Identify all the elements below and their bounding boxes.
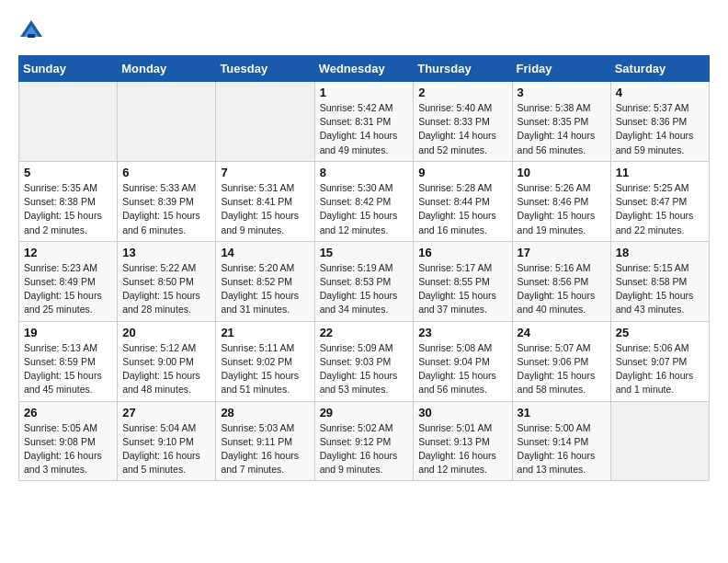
day-cell: 9Sunrise: 5:28 AMSunset: 8:44 PMDaylight… [414,161,512,241]
day-cell: 25Sunrise: 5:06 AMSunset: 9:07 PMDayligh… [610,321,709,401]
day-number: 28 [221,406,309,419]
day-header-friday: Friday [512,56,610,82]
day-number: 14 [221,246,309,259]
day-number: 26 [24,406,112,419]
day-number: 18 [616,246,704,259]
calendar-table: SundayMondayTuesdayWednesdayThursdayFrid… [18,55,710,481]
day-cell: 22Sunrise: 5:09 AMSunset: 9:03 PMDayligh… [314,321,414,401]
day-info: Sunrise: 5:22 AMSunset: 8:50 PMDaylight:… [122,261,210,317]
day-number: 7 [221,166,309,179]
day-cell: 20Sunrise: 5:12 AMSunset: 9:00 PMDayligh… [118,321,216,401]
week-row-3: 12Sunrise: 5:23 AMSunset: 8:49 PMDayligh… [19,241,710,321]
day-header-wednesday: Wednesday [314,56,414,82]
calendar-header: SundayMondayTuesdayWednesdayThursdayFrid… [19,56,710,82]
day-cell: 1Sunrise: 5:42 AMSunset: 8:31 PMDaylight… [314,82,414,162]
day-number: 1 [320,86,409,99]
day-cell: 18Sunrise: 5:15 AMSunset: 8:58 PMDayligh… [610,241,709,321]
day-number: 23 [418,326,506,339]
day-cell: 16Sunrise: 5:17 AMSunset: 8:55 PMDayligh… [414,241,512,321]
day-info: Sunrise: 5:16 AMSunset: 8:56 PMDaylight:… [518,261,606,317]
logo-icon [18,18,44,44]
day-cell: 11Sunrise: 5:25 AMSunset: 8:47 PMDayligh… [610,161,709,241]
day-info: Sunrise: 5:12 AMSunset: 9:00 PMDaylight:… [122,341,210,397]
day-info: Sunrise: 5:07 AMSunset: 9:06 PMDaylight:… [518,341,606,397]
day-cell: 26Sunrise: 5:05 AMSunset: 9:08 PMDayligh… [19,401,118,481]
day-cell [610,401,709,481]
day-cell: 17Sunrise: 5:16 AMSunset: 8:56 PMDayligh… [512,241,610,321]
day-number: 20 [122,326,210,339]
calendar-body: 1Sunrise: 5:42 AMSunset: 8:31 PMDaylight… [19,82,710,481]
day-header-saturday: Saturday [610,56,709,82]
day-cell: 23Sunrise: 5:08 AMSunset: 9:04 PMDayligh… [414,321,512,401]
day-number: 25 [616,326,704,339]
day-number: 27 [122,406,210,419]
day-info: Sunrise: 5:17 AMSunset: 8:55 PMDaylight:… [418,261,506,317]
day-number: 10 [518,166,606,179]
day-cell [118,82,216,162]
day-number: 3 [518,86,606,99]
day-info: Sunrise: 5:31 AMSunset: 8:41 PMDaylight:… [221,181,309,237]
day-info: Sunrise: 5:01 AMSunset: 9:13 PMDaylight:… [418,421,506,477]
day-cell [19,82,118,162]
day-cell: 6Sunrise: 5:33 AMSunset: 8:39 PMDaylight… [118,161,216,241]
day-cell: 19Sunrise: 5:13 AMSunset: 8:59 PMDayligh… [19,321,118,401]
day-number: 29 [320,406,409,419]
header-row: SundayMondayTuesdayWednesdayThursdayFrid… [19,56,710,82]
day-info: Sunrise: 5:03 AMSunset: 9:11 PMDaylight:… [221,421,309,477]
week-row-5: 26Sunrise: 5:05 AMSunset: 9:08 PMDayligh… [19,401,710,481]
day-cell: 7Sunrise: 5:31 AMSunset: 8:41 PMDaylight… [216,161,314,241]
day-cell [216,82,314,162]
day-number: 11 [616,166,704,179]
calendar-page: SundayMondayTuesdayWednesdayThursdayFrid… [0,0,728,490]
day-cell: 24Sunrise: 5:07 AMSunset: 9:06 PMDayligh… [512,321,610,401]
day-info: Sunrise: 5:06 AMSunset: 9:07 PMDaylight:… [616,341,704,397]
day-header-sunday: Sunday [19,56,118,82]
day-cell: 3Sunrise: 5:38 AMSunset: 8:35 PMDaylight… [512,82,610,162]
day-info: Sunrise: 5:11 AMSunset: 9:02 PMDaylight:… [221,341,309,397]
day-info: Sunrise: 5:08 AMSunset: 9:04 PMDaylight:… [418,341,506,397]
day-info: Sunrise: 5:40 AMSunset: 8:33 PMDaylight:… [418,101,506,157]
day-header-thursday: Thursday [414,56,512,82]
day-number: 24 [518,326,606,339]
week-row-2: 5Sunrise: 5:35 AMSunset: 8:38 PMDaylight… [19,161,710,241]
week-row-4: 19Sunrise: 5:13 AMSunset: 8:59 PMDayligh… [19,321,710,401]
day-info: Sunrise: 5:13 AMSunset: 8:59 PMDaylight:… [24,341,112,397]
day-info: Sunrise: 5:00 AMSunset: 9:14 PMDaylight:… [518,421,606,477]
day-cell: 13Sunrise: 5:22 AMSunset: 8:50 PMDayligh… [118,241,216,321]
day-info: Sunrise: 5:02 AMSunset: 9:12 PMDaylight:… [320,421,409,477]
day-number: 5 [24,166,112,179]
day-number: 30 [418,406,506,419]
day-info: Sunrise: 5:23 AMSunset: 8:49 PMDaylight:… [24,261,112,317]
day-cell: 27Sunrise: 5:04 AMSunset: 9:10 PMDayligh… [118,401,216,481]
day-info: Sunrise: 5:42 AMSunset: 8:31 PMDaylight:… [320,101,409,157]
day-info: Sunrise: 5:09 AMSunset: 9:03 PMDaylight:… [320,341,409,397]
day-number: 17 [518,246,606,259]
day-info: Sunrise: 5:25 AMSunset: 8:47 PMDaylight:… [616,181,704,237]
day-cell: 21Sunrise: 5:11 AMSunset: 9:02 PMDayligh… [216,321,314,401]
day-number: 22 [320,326,409,339]
logo [18,18,48,44]
day-number: 6 [122,166,210,179]
day-number: 15 [320,246,409,259]
day-number: 16 [418,246,506,259]
day-cell: 30Sunrise: 5:01 AMSunset: 9:13 PMDayligh… [414,401,512,481]
day-header-tuesday: Tuesday [216,56,314,82]
day-cell: 12Sunrise: 5:23 AMSunset: 8:49 PMDayligh… [19,241,118,321]
day-number: 19 [24,326,112,339]
day-info: Sunrise: 5:30 AMSunset: 8:42 PMDaylight:… [320,181,409,237]
day-cell: 14Sunrise: 5:20 AMSunset: 8:52 PMDayligh… [216,241,314,321]
day-cell: 29Sunrise: 5:02 AMSunset: 9:12 PMDayligh… [314,401,414,481]
day-number: 12 [24,246,112,259]
day-number: 31 [518,406,606,419]
day-info: Sunrise: 5:35 AMSunset: 8:38 PMDaylight:… [24,181,112,237]
day-cell: 10Sunrise: 5:26 AMSunset: 8:46 PMDayligh… [512,161,610,241]
day-number: 21 [221,326,309,339]
day-cell: 4Sunrise: 5:37 AMSunset: 8:36 PMDaylight… [610,82,709,162]
day-info: Sunrise: 5:28 AMSunset: 8:44 PMDaylight:… [418,181,506,237]
day-info: Sunrise: 5:19 AMSunset: 8:53 PMDaylight:… [320,261,409,317]
day-cell: 31Sunrise: 5:00 AMSunset: 9:14 PMDayligh… [512,401,610,481]
header [18,18,710,44]
day-info: Sunrise: 5:20 AMSunset: 8:52 PMDaylight:… [221,261,309,317]
svg-rect-2 [28,34,35,38]
day-info: Sunrise: 5:04 AMSunset: 9:10 PMDaylight:… [122,421,210,477]
